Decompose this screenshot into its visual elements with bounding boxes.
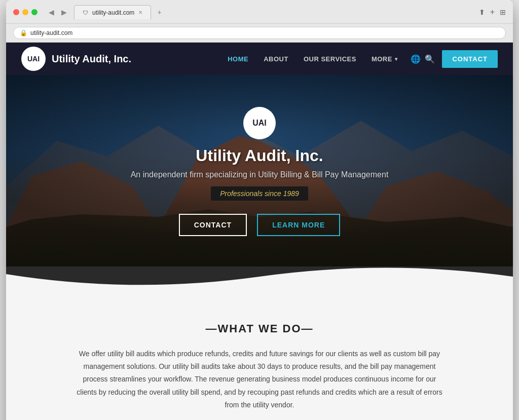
minimize-dot[interactable] — [22, 9, 28, 15]
tab-label: utility-audit.com — [92, 9, 134, 16]
nav-icon-group: 🌐 🔍 — [406, 54, 439, 64]
hero-section: UAI Utility Audit, Inc. An independent f… — [6, 75, 513, 268]
grid-view-icon[interactable]: ⊞ — [500, 8, 506, 16]
wave-transition — [6, 266, 513, 297]
address-bar[interactable]: 🔒 utility-audit.com — [13, 27, 506, 39]
add-tab-button[interactable]: + — [155, 7, 163, 17]
globe-icon[interactable]: 🌐 — [411, 54, 421, 64]
window-controls — [13, 9, 38, 15]
hero-badge: Professionals since 1989 — [211, 186, 308, 201]
nav-contact-button[interactable]: CONTACT — [442, 50, 498, 68]
hero-logo-text: UAI — [252, 119, 267, 128]
add-bookmark-icon[interactable]: + — [490, 8, 495, 17]
hero-logo-circle: UAI — [243, 107, 276, 139]
section-description: We offer utility bill audits which produ… — [72, 348, 447, 411]
nav-more[interactable]: MORE ▾ — [365, 51, 404, 67]
logo-circle: UAI — [21, 47, 46, 71]
browser-actions: ⬆ + ⊞ — [479, 8, 506, 17]
browser-titlebar: ◀ ▶ 🛡 utility-audit.com ✕ + ⬆ + ⊞ — [6, 0, 513, 24]
close-dot[interactable] — [13, 9, 19, 15]
search-icon[interactable]: 🔍 — [425, 54, 435, 64]
browser-window: ◀ ▶ 🛡 utility-audit.com ✕ + ⬆ + ⊞ 🔒 util… — [6, 0, 513, 420]
browser-tab[interactable]: 🛡 utility-audit.com ✕ — [74, 5, 151, 19]
logo-text: UAI — [27, 55, 40, 63]
url-text: utility-audit.com — [30, 29, 72, 36]
hero-content: UAI Utility Audit, Inc. An independent f… — [131, 107, 389, 236]
brand-logo-group: UAI Utility Audit, Inc. — [21, 47, 131, 71]
lock-icon: 🔒 — [20, 29, 27, 36]
what-we-do-section: —WHAT WE DO— We offer utility bill audit… — [6, 297, 513, 420]
hero-cta-buttons: CONTACT LEARN MORE — [179, 214, 341, 236]
section-title: —WHAT WE DO— — [47, 322, 472, 335]
nav-about[interactable]: ABOUT — [257, 51, 294, 67]
back-button[interactable]: ◀ — [47, 7, 56, 17]
nav-home[interactable]: HOME — [221, 51, 254, 67]
forward-button[interactable]: ▶ — [59, 7, 69, 17]
nav-services[interactable]: OUR SERVICES — [298, 51, 362, 67]
tab-close-icon[interactable]: ✕ — [138, 10, 142, 15]
hero-title: Utility Audit, Inc. — [196, 146, 323, 165]
navigation-bar: UAI Utility Audit, Inc. HOME ABOUT OUR S… — [6, 43, 513, 75]
website-content: UAI Utility Audit, Inc. HOME ABOUT OUR S… — [6, 43, 513, 420]
hero-contact-button[interactable]: CONTACT — [179, 214, 247, 236]
hero-subtitle: An independent firm specializing in Util… — [131, 170, 389, 179]
nav-links: HOME ABOUT OUR SERVICES MORE ▾ 🌐 🔍 CONTA… — [221, 50, 498, 68]
brand-name: Utility Audit, Inc. — [52, 53, 131, 65]
wave-svg — [6, 266, 513, 297]
maximize-dot[interactable] — [31, 9, 38, 15]
dropdown-arrow-icon: ▾ — [395, 56, 398, 62]
browser-nav-controls: ◀ ▶ — [47, 7, 69, 17]
share-icon[interactable]: ⬆ — [479, 8, 485, 16]
security-indicator: 🛡 — [83, 10, 88, 16]
hero-learn-more-button[interactable]: LEARN MORE — [257, 214, 340, 236]
